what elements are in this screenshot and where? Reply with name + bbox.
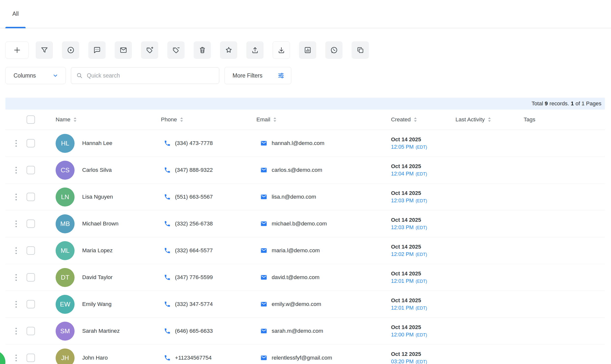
avatar: MB xyxy=(56,214,75,233)
phone-number[interactable]: (347) 776-5599 xyxy=(175,274,213,281)
email-address[interactable]: relentlessfyf@gmail.com xyxy=(272,355,332,361)
drag-handle-icon[interactable] xyxy=(14,139,18,148)
table-row: JH John Haro +11234567754 relentlessfyf@… xyxy=(5,345,605,364)
contact-name[interactable]: Hannah Lee xyxy=(82,140,112,146)
tab-all[interactable]: All xyxy=(5,0,26,28)
quick-search-input[interactable] xyxy=(87,72,214,79)
created-time[interactable]: 12:01 PM xyxy=(391,305,414,311)
drag-handle-icon[interactable] xyxy=(14,353,18,363)
delete-button[interactable] xyxy=(194,41,211,59)
email-address[interactable]: hannah.l@demo.com xyxy=(272,140,324,146)
remove-tag-button[interactable] xyxy=(167,41,185,59)
email-address[interactable]: david.t@demo.com xyxy=(272,274,319,281)
contact-name[interactable]: Sarah Martinez xyxy=(82,328,120,334)
row-checkbox[interactable] xyxy=(27,139,35,147)
envelope-icon xyxy=(260,140,267,147)
contact-name[interactable]: Lisa Nguyen xyxy=(82,194,113,200)
sort-icon[interactable] xyxy=(413,116,418,123)
chat-widget-button[interactable] xyxy=(0,350,5,364)
drag-handle-icon[interactable] xyxy=(14,326,18,336)
bar-chart-icon xyxy=(304,46,312,54)
created-time[interactable]: 12:03 PM xyxy=(391,198,414,204)
more-filters-button[interactable]: More Filters xyxy=(224,67,291,84)
column-header-email[interactable]: Email xyxy=(256,116,270,123)
column-header-name[interactable]: Name xyxy=(56,116,70,123)
contact-name[interactable]: David Taylor xyxy=(82,274,112,281)
plus-icon xyxy=(13,46,21,54)
drag-handle-icon[interactable] xyxy=(14,246,18,255)
created-time[interactable]: 12:01 PM xyxy=(391,278,414,284)
row-checkbox[interactable] xyxy=(27,273,35,282)
add-record-button[interactable] xyxy=(5,41,29,59)
row-checkbox[interactable] xyxy=(27,327,35,335)
created-time[interactable]: 12:04 PM xyxy=(391,171,414,177)
duplicate-button[interactable] xyxy=(352,41,369,59)
phone-number[interactable]: (332) 256-6738 xyxy=(175,221,213,227)
created-time[interactable]: 12:03 PM xyxy=(391,224,414,230)
email-address[interactable]: sarah.m@demo.com xyxy=(272,328,323,334)
avatar: DT xyxy=(56,268,75,287)
email-address[interactable]: maria.l@demo.com xyxy=(272,247,320,254)
created-time[interactable]: 12:00 PM xyxy=(391,332,414,338)
stats-button[interactable] xyxy=(299,41,316,59)
phone-number[interactable]: (332) 664-5577 xyxy=(175,247,213,254)
contact-name[interactable]: John Haro xyxy=(82,355,108,361)
column-header-last-activity[interactable]: Last Activity xyxy=(455,116,485,123)
drag-handle-icon[interactable] xyxy=(14,273,18,282)
email-address[interactable]: emily.w@demo.com xyxy=(272,301,321,307)
row-checkbox[interactable] xyxy=(27,193,35,201)
phone-icon xyxy=(164,193,171,200)
whatsapp-button[interactable] xyxy=(325,41,343,59)
created-time[interactable]: 12:05 PM xyxy=(391,144,414,150)
select-all-checkbox[interactable] xyxy=(27,115,35,124)
phone-number[interactable]: +11234567754 xyxy=(175,355,212,361)
column-header-phone[interactable]: Phone xyxy=(161,116,177,123)
columns-label: Columns xyxy=(14,72,36,79)
whatsapp-icon xyxy=(330,46,338,54)
column-header-created[interactable]: Created xyxy=(391,116,411,123)
drag-handle-icon[interactable] xyxy=(14,165,18,175)
export-button[interactable] xyxy=(246,41,264,59)
phone-icon xyxy=(164,328,171,334)
send-email-button[interactable] xyxy=(115,41,132,59)
email-address[interactable]: lisa.n@demo.com xyxy=(272,194,316,200)
sort-icon[interactable] xyxy=(487,116,492,123)
row-checkbox[interactable] xyxy=(27,246,35,255)
phone-icon xyxy=(164,354,171,361)
drag-handle-icon[interactable] xyxy=(14,219,18,229)
import-button[interactable] xyxy=(273,41,290,59)
filter-button[interactable] xyxy=(36,41,53,59)
phone-icon xyxy=(164,167,171,174)
row-checkbox[interactable] xyxy=(27,354,35,362)
automation-button[interactable] xyxy=(62,41,79,59)
message-button[interactable] xyxy=(88,41,106,59)
contact-name[interactable]: Maria Lopez xyxy=(82,247,113,254)
sort-icon[interactable] xyxy=(73,116,77,123)
contact-name[interactable]: Michael Brown xyxy=(82,221,119,227)
drag-handle-icon[interactable] xyxy=(14,300,18,309)
phone-number[interactable]: (334) 473-7778 xyxy=(175,140,213,146)
columns-dropdown[interactable]: Columns xyxy=(5,67,66,84)
phone-icon xyxy=(164,247,171,254)
row-checkbox[interactable] xyxy=(27,300,35,308)
phone-number[interactable]: (347) 888-9322 xyxy=(175,167,213,173)
email-address[interactable]: michael.b@demo.com xyxy=(272,221,327,227)
sort-icon[interactable] xyxy=(273,116,277,123)
table-row: LN Lisa Nguyen (551) 663-5567 lisa.n@dem… xyxy=(5,184,605,210)
phone-number[interactable]: (551) 663-5567 xyxy=(175,194,213,200)
row-checkbox[interactable] xyxy=(27,166,35,174)
created-time[interactable]: 03:20 PM xyxy=(391,359,414,364)
phone-number[interactable]: (332) 347-5774 xyxy=(175,301,213,307)
phone-number[interactable]: (646) 665-6633 xyxy=(175,328,213,334)
sort-icon[interactable] xyxy=(179,116,184,123)
quick-search-box xyxy=(71,67,219,84)
add-tag-button[interactable] xyxy=(141,41,158,59)
table-row: MB Michael Brown (332) 256-6738 michael.… xyxy=(5,210,605,237)
contact-name[interactable]: Emily Wang xyxy=(82,301,111,307)
favorite-button[interactable] xyxy=(220,41,237,59)
drag-handle-icon[interactable] xyxy=(14,192,18,202)
email-address[interactable]: carlos.s@demo.com xyxy=(272,167,322,173)
created-time[interactable]: 12:02 PM xyxy=(391,251,414,257)
contact-name[interactable]: Carlos Silva xyxy=(82,167,112,173)
row-checkbox[interactable] xyxy=(27,220,35,228)
